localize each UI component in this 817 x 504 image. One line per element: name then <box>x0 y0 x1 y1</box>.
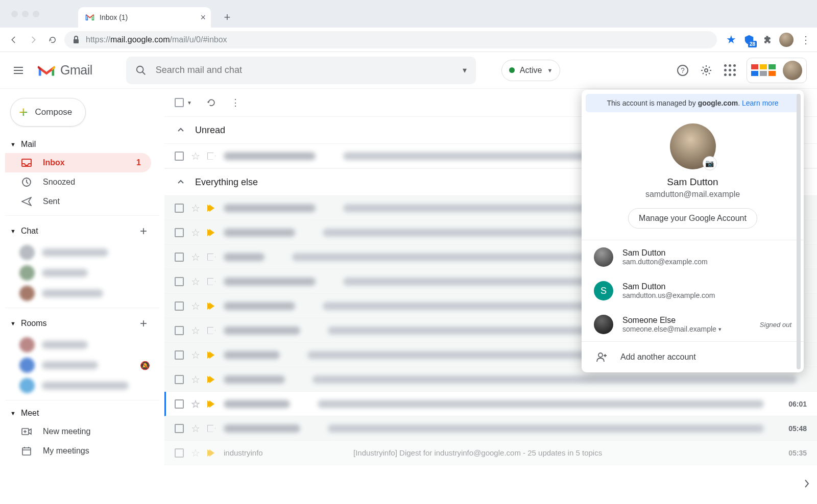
account-avatar-icon: S <box>594 281 613 300</box>
tab-title: Inbox (1) <box>100 13 128 21</box>
close-tab-icon[interactable]: × <box>200 12 206 23</box>
svg-point-1 <box>137 66 143 72</box>
select-all-checkbox[interactable]: ▼ <box>175 98 192 107</box>
account-option[interactable]: S Sam Dutton samdutton.us@example.com <box>582 274 804 308</box>
search-bar[interactable]: ▾ <box>126 57 476 84</box>
workspace-logo-icon <box>751 64 776 76</box>
status-label: Active <box>520 66 542 75</box>
more-icon[interactable]: ⋮ <box>231 97 240 108</box>
chrome-menu-icon[interactable]: ⋮ <box>801 34 811 46</box>
clock-icon <box>21 177 32 187</box>
sidebar-item-snoozed[interactable]: Snoozed <box>5 172 151 192</box>
rooms-section-header[interactable]: ▼Rooms+ <box>5 312 159 335</box>
refresh-icon[interactable] <box>206 97 217 108</box>
status-chip[interactable]: Active ▼ <box>501 60 560 81</box>
gmail-logo[interactable]: Gmail <box>37 63 92 78</box>
mail-section-header[interactable]: ▼Mail <box>5 136 159 153</box>
sidebar-item-new-meeting[interactable]: New meeting <box>5 422 151 441</box>
back-button[interactable] <box>6 32 21 47</box>
url-text: https://mail.google.com/mail/u/0/#inbox <box>86 35 227 44</box>
search-input[interactable] <box>156 65 453 75</box>
chrome-profile-avatar[interactable] <box>779 33 794 47</box>
svg-point-4 <box>705 69 708 72</box>
add-room-icon[interactable]: + <box>140 316 147 331</box>
account-avatar-icon <box>594 315 613 334</box>
svg-point-9 <box>598 353 603 357</box>
side-panel-toggle[interactable] <box>797 473 817 494</box>
room-item[interactable] <box>5 375 159 396</box>
status-dot-icon <box>509 67 515 73</box>
forward-button[interactable] <box>26 32 41 47</box>
camera-icon[interactable]: 📷 <box>703 156 717 170</box>
sidebar: + Compose ▼Mail Inbox 1 Snoozed Sent <box>0 89 164 504</box>
extensions-icon[interactable] <box>762 35 772 45</box>
svg-rect-8 <box>22 448 31 455</box>
add-chat-icon[interactable]: + <box>140 224 147 238</box>
account-avatar[interactable] <box>783 61 802 80</box>
support-icon[interactable]: ? <box>676 64 689 77</box>
new-tab-button[interactable]: + <box>220 10 234 24</box>
chevron-up-icon <box>175 124 187 136</box>
workspace-pill[interactable] <box>747 58 807 83</box>
manage-account-button[interactable]: Manage your Google Account <box>628 208 757 229</box>
gmail-m-icon <box>37 63 56 78</box>
profile-email: samdutton@mail.example <box>645 190 740 199</box>
room-item[interactable] <box>5 335 159 355</box>
google-apps-icon[interactable] <box>723 64 736 77</box>
managed-banner: This account is managed by google.com. L… <box>586 94 800 112</box>
traffic-light-min[interactable] <box>22 11 29 17</box>
lock-icon <box>73 36 80 44</box>
sidebar-item-my-meetings[interactable]: My meetings <box>5 441 151 461</box>
window-controls <box>11 11 39 17</box>
chevron-up-icon <box>175 176 187 188</box>
mail-row[interactable]: 05:48 <box>164 416 817 441</box>
menu-burger-icon[interactable] <box>7 59 30 82</box>
chat-contact[interactable] <box>5 242 159 263</box>
chevron-down-icon: ▼ <box>547 67 552 73</box>
signed-out-label: Signed out <box>760 321 791 329</box>
extension-badge[interactable]: 28 <box>743 34 755 45</box>
chat-section-header[interactable]: ▼Chat+ <box>5 220 159 242</box>
search-icon <box>135 65 147 76</box>
mail-row[interactable]: industryinfo[Industryinfo] Digest for in… <box>164 441 817 465</box>
inbox-icon <box>21 159 32 167</box>
url-field[interactable]: https://mail.google.com/mail/u/0/#inbox <box>64 31 717 48</box>
gmail-logo-text: Gmail <box>60 63 92 78</box>
account-popup: This account is managed by google.com. L… <box>582 90 804 372</box>
chevron-down-icon: ▾ <box>718 326 722 333</box>
account-option[interactable]: Someone Else someone.else@mail.example ▾… <box>582 308 804 341</box>
compose-label: Compose <box>35 107 73 117</box>
browser-tab[interactable]: Inbox (1) × <box>78 7 211 28</box>
account-option[interactable]: Sam Dutton sam.dutton@example.com <box>582 240 804 274</box>
address-bar: https://mail.google.com/mail/u/0/#inbox … <box>0 28 817 52</box>
svg-rect-0 <box>74 39 79 43</box>
settings-gear-icon[interactable] <box>700 64 713 77</box>
room-item[interactable]: 🔕 <box>5 355 159 375</box>
gmail-header: Gmail ▾ Active ▼ ? <box>0 52 817 89</box>
account-avatar-icon <box>594 247 613 267</box>
reload-button[interactable] <box>45 32 60 47</box>
search-options-icon[interactable]: ▾ <box>463 65 467 75</box>
profile-name: Sam Dutton <box>667 177 718 188</box>
person-add-icon <box>596 351 608 363</box>
sidebar-item-sent[interactable]: Sent <box>5 192 151 211</box>
bookmark-star-icon[interactable]: ★ <box>726 33 736 46</box>
mail-row[interactable]: 06:01 <box>164 392 817 416</box>
traffic-light-close[interactable] <box>11 11 18 17</box>
sidebar-item-inbox[interactable]: Inbox 1 <box>5 153 151 172</box>
meet-section-header[interactable]: ▼Meet <box>5 405 159 422</box>
traffic-light-max[interactable] <box>33 11 39 17</box>
gmail-icon <box>85 14 94 21</box>
mute-icon: 🔕 <box>140 361 150 370</box>
svg-text:?: ? <box>681 66 685 74</box>
popup-scrollbar[interactable] <box>797 94 801 369</box>
send-icon <box>21 197 32 206</box>
add-account-button[interactable]: Add another account <box>582 342 804 372</box>
chat-contact[interactable] <box>5 283 159 304</box>
plus-icon: + <box>19 104 28 121</box>
video-plus-icon <box>21 427 32 436</box>
learn-more-link[interactable]: Learn more <box>742 99 779 107</box>
chat-contact[interactable] <box>5 263 159 283</box>
compose-button[interactable]: + Compose <box>10 98 86 127</box>
browser-tab-bar: Inbox (1) × + <box>0 0 817 28</box>
